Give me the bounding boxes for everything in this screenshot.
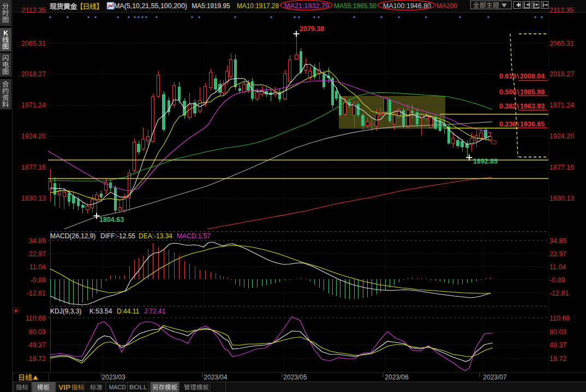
svg-text:MA200: MA200 <box>436 2 457 10</box>
svg-text:80.03: 80.03 <box>29 328 46 336</box>
svg-text:0.382: 0.382 <box>499 102 516 110</box>
svg-text:0.500: 0.500 <box>499 88 516 96</box>
svg-text:2008.04: 2008.04 <box>520 73 545 80</box>
svg-text:80.03: 80.03 <box>549 328 566 336</box>
svg-text:0.236: 0.236 <box>499 120 516 128</box>
svg-text:MA5:1919.95: MA5:1919.95 <box>192 2 230 10</box>
svg-text:\: \ <box>517 88 519 96</box>
svg-text:1804.63: 1804.63 <box>99 216 124 224</box>
svg-text:K:53.54: K:53.54 <box>89 307 112 315</box>
svg-text:2065.31: 2065.31 <box>21 40 46 47</box>
svg-text:\: \ <box>517 73 519 80</box>
svg-text:-0.89: -0.89 <box>31 276 46 284</box>
svg-text:BOLL: BOLL <box>129 384 147 390</box>
svg-text:MACD: MACD <box>109 384 126 390</box>
svg-text:MACD(26,12,9): MACD(26,12,9) <box>50 232 95 240</box>
svg-text:1830.13: 1830.13 <box>549 195 574 202</box>
svg-text:\: \ <box>517 120 519 128</box>
svg-text:2023/04: 2023/04 <box>204 373 228 381</box>
svg-text:-12.81: -12.81 <box>27 290 46 297</box>
svg-text:MA10:1917.28: MA10:1917.28 <box>237 2 279 10</box>
svg-text:MACD:1.57: MACD:1.57 <box>177 232 211 240</box>
svg-text:2065.31: 2065.31 <box>549 40 574 47</box>
svg-text:DIFF:-12.55: DIFF:-12.55 <box>100 232 135 240</box>
svg-text:18.72: 18.72 <box>549 355 566 363</box>
svg-text:K: K <box>3 29 8 37</box>
svg-text:1971.24: 1971.24 <box>21 101 46 109</box>
svg-text:DEA:-13.34: DEA:-13.34 <box>139 232 172 240</box>
svg-text:22.97: 22.97 <box>549 250 566 258</box>
svg-text:1877.16: 1877.16 <box>21 164 46 171</box>
svg-text:2079.38: 2079.38 <box>300 25 324 33</box>
svg-text:-12.81: -12.81 <box>549 290 569 297</box>
svg-text:22.97: 22.97 <box>29 250 46 258</box>
svg-text:11.04: 11.04 <box>29 263 46 271</box>
svg-text:49.37: 49.37 <box>29 341 46 349</box>
svg-text:2112.35: 2112.35 <box>549 7 573 14</box>
svg-text:VIP: VIP <box>58 384 70 391</box>
svg-text:1936.65: 1936.65 <box>520 120 545 128</box>
svg-text:1830.13: 1830.13 <box>21 195 46 202</box>
svg-text:0.618: 0.618 <box>499 73 516 80</box>
svg-text:2023/05: 2023/05 <box>283 373 307 381</box>
svg-text:1877.16: 1877.16 <box>549 164 574 171</box>
svg-text:2023/03: 2023/03 <box>101 373 125 381</box>
svg-text:KDJ(9,3,3): KDJ(9,3,3) <box>50 307 81 315</box>
svg-text:11.04: 11.04 <box>549 263 566 271</box>
svg-text:J:72.41: J:72.41 <box>144 307 166 315</box>
svg-text:110.69: 110.69 <box>26 315 46 322</box>
svg-text:49.37: 49.37 <box>549 341 566 349</box>
svg-text:34.89: 34.89 <box>29 237 46 245</box>
svg-text:MA(5,10,21,55,100,200): MA(5,10,21,55,100,200) <box>114 2 187 10</box>
svg-text:1892.85: 1892.85 <box>473 158 498 165</box>
svg-text:1924.20: 1924.20 <box>549 132 574 140</box>
svg-text:2018.27: 2018.27 <box>21 70 46 78</box>
svg-text:110.69: 110.69 <box>549 315 570 322</box>
svg-text:2023/07: 2023/07 <box>483 373 507 381</box>
svg-text:18.72: 18.72 <box>29 355 46 363</box>
svg-text:2112.35: 2112.35 <box>22 7 46 14</box>
svg-text:-0.89: -0.89 <box>549 276 565 284</box>
svg-text:34.89: 34.89 <box>549 237 566 245</box>
svg-text:MA55:1965.50: MA55:1965.50 <box>334 2 376 10</box>
svg-text:D:44.11: D:44.11 <box>117 307 139 315</box>
svg-text:1971.24: 1971.24 <box>549 101 574 109</box>
svg-text:2023/06: 2023/06 <box>385 373 409 381</box>
svg-text:1985.98: 1985.98 <box>520 88 545 96</box>
svg-text:2018.27: 2018.27 <box>549 70 574 78</box>
svg-text:1924.20: 1924.20 <box>21 132 46 140</box>
svg-text:\: \ <box>517 102 519 110</box>
svg-text:1963.93: 1963.93 <box>520 102 545 110</box>
